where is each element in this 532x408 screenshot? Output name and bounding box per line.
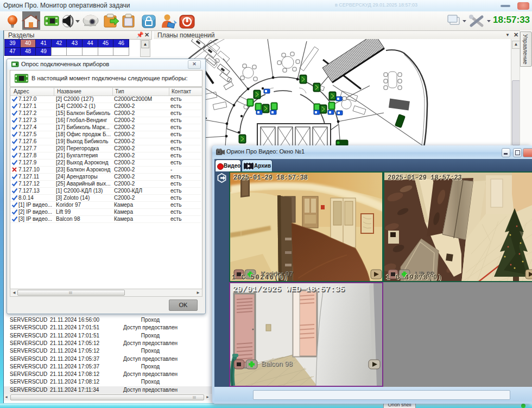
- svg-text:29/01/2025 WED 18:57:35: 29/01/2025 WED 18:57:35: [232, 285, 345, 294]
- svg-text:2025-01-29 18:57:38: 2025-01-29 18:57:38: [233, 174, 308, 182]
- svg-text:Balcon 98: Balcon 98: [261, 360, 293, 368]
- svg-text:1 C 49878(0): 1 C 49878(0): [386, 274, 442, 281]
- svg-text:2025-01-29 18:57:23: 2025-01-29 18:57:23: [388, 174, 462, 182]
- svg-text:1 C 50246(0): 1 C 50246(0): [232, 274, 288, 281]
